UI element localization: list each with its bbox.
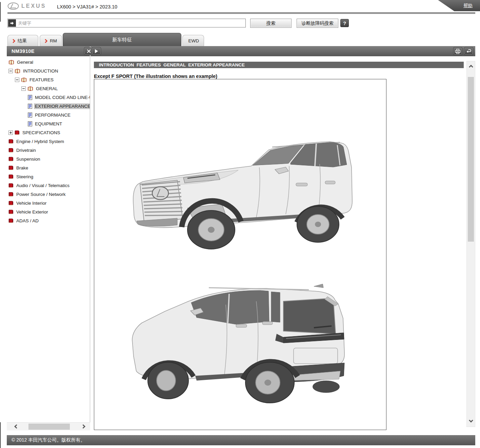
- tree-item-label: Steering: [15, 174, 34, 180]
- scroll-down-icon[interactable]: [469, 418, 473, 423]
- play-arrow-icon: [95, 49, 98, 53]
- document-icon: [28, 104, 32, 109]
- closed-book-icon: [8, 209, 14, 215]
- back-return-button[interactable]: [464, 47, 473, 55]
- open-book-icon: [8, 60, 14, 65]
- tree-item-label: FEATURES: [28, 77, 55, 83]
- document-icon: [28, 95, 32, 100]
- tree-item-drivetrain[interactable]: Drivetrain: [7, 146, 90, 155]
- tree-item-steering[interactable]: Steering: [7, 172, 90, 181]
- tree-item-general-sub[interactable]: GENERAL: [7, 84, 90, 93]
- document-id: NM3910E: [7, 48, 35, 54]
- tree-item-label: Suspension: [15, 156, 41, 162]
- tree-item-label: Brake: [15, 165, 29, 171]
- breadcrumb: LX600 > VJA31# > 2023.10: [57, 4, 117, 9]
- tree-item-adas-ad[interactable]: ADAS / AD: [7, 216, 90, 225]
- tab-label: RM: [50, 38, 57, 43]
- tab-new-car-features[interactable]: 新车特征: [63, 33, 181, 46]
- expand-panel-button[interactable]: [92, 47, 101, 55]
- search-help-button[interactable]: ?: [340, 19, 349, 27]
- tab-rm[interactable]: RM: [40, 35, 62, 46]
- printer-icon: [455, 49, 461, 54]
- tree-item-vehicle-exterior[interactable]: Vehicle Exterior: [7, 207, 90, 216]
- scroll-up-icon[interactable]: [469, 65, 473, 69]
- tree-item-label: General: [16, 59, 34, 65]
- tree-item-label: EQUIPMENT: [34, 121, 63, 127]
- tree-item-label: MODEL CODE AND LINE-UP: [34, 95, 90, 100]
- open-book-icon: [15, 68, 20, 74]
- tree-item-exterior-appearance[interactable]: EXTERIOR APPEARANCE: [7, 102, 90, 110]
- scroll-left-icon[interactable]: [14, 424, 19, 429]
- lexus-logo: LEXUS: [7, 2, 46, 10]
- tree-item-label: Drivetrain: [15, 147, 37, 153]
- tree-item-performance[interactable]: PERFORMANCE: [7, 110, 90, 119]
- content-pane: INTRODUCTION FEATURES GENERAL EXTERIOR A…: [91, 57, 475, 430]
- tree-item-brake[interactable]: Brake: [7, 163, 90, 172]
- navigation-tree-panel: General INTRODUCTION FEATURES: [7, 56, 90, 430]
- window-edge: [0, 2, 1, 22]
- help-button[interactable]: 帮助: [438, 0, 480, 11]
- header-divider: [7, 12, 475, 14]
- tree-item-engine-hybrid[interactable]: Engine / Hybrid System: [7, 137, 90, 146]
- tab-ewd[interactable]: EWD: [182, 35, 204, 46]
- lexus-emblem-icon: [7, 2, 19, 10]
- tree-item-specifications[interactable]: SPECIFICATIONS: [7, 128, 90, 137]
- closed-book-icon: [8, 148, 14, 153]
- vertical-scroll-thumb[interactable]: [468, 77, 474, 242]
- dtc-search-button[interactable]: 诊断故障码搜索: [297, 19, 338, 28]
- tree-item-power-source[interactable]: Power Source / Network: [7, 190, 90, 199]
- content-path-header: INTRODUCTION FEATURES GENERAL EXTERIOR A…: [94, 62, 464, 68]
- tree-item-introduction[interactable]: INTRODUCTION: [7, 66, 90, 75]
- tree-item-label: SPECIFICATIONS: [21, 130, 61, 136]
- open-book-icon: [27, 86, 33, 91]
- tree-item-label: Vehicle Interior: [15, 200, 47, 206]
- tree-item-model-code[interactable]: MODEL CODE AND LINE-UP: [7, 93, 90, 102]
- tree-item-label: INTRODUCTION: [22, 68, 59, 74]
- collapse-minus-icon[interactable]: [8, 69, 13, 73]
- closed-book-icon: [8, 218, 14, 223]
- document-icon: [28, 121, 32, 126]
- copyright-footer: © 2012 丰田汽车公司。版权所有。: [7, 435, 475, 445]
- content-vertical-scrollbar[interactable]: [466, 61, 475, 427]
- tree-item-equipment[interactable]: EQUIPMENT: [7, 119, 90, 128]
- tree-item-label: GENERAL: [35, 86, 59, 91]
- collapse-minus-icon[interactable]: [15, 78, 19, 82]
- expand-plus-icon[interactable]: [8, 130, 13, 135]
- search-arrow-icon[interactable]: [8, 19, 16, 27]
- tab-label: EWD: [188, 38, 199, 43]
- tree-item-audio-visual[interactable]: Audio / Visual / Telematics: [7, 181, 90, 190]
- tree-item-suspension[interactable]: Suspension: [7, 155, 90, 163]
- tree-item-label: Audio / Visual / Telematics: [15, 183, 71, 188]
- tree-item-label-selected: EXTERIOR APPEARANCE: [34, 103, 90, 109]
- tree-item-label: Vehicle Exterior: [15, 209, 49, 215]
- closed-book-icon: [8, 192, 14, 197]
- print-button[interactable]: [453, 47, 462, 55]
- keyword-search-bar: [7, 19, 246, 27]
- collapse-minus-icon[interactable]: [21, 86, 26, 91]
- tab-label: 结果: [18, 38, 27, 44]
- closed-book-icon: [15, 130, 20, 135]
- content-toolbar: [91, 46, 475, 56]
- tree-item-features[interactable]: FEATURES: [7, 75, 90, 84]
- tab-results[interactable]: 结果: [7, 35, 38, 46]
- tree-item-general-top[interactable]: General: [7, 58, 90, 66]
- tree-item-vehicle-interior[interactable]: Vehicle Interior: [7, 199, 90, 207]
- document-toolbar: NM3910E: [7, 46, 90, 56]
- window-edge: [0, 422, 1, 448]
- return-arrow-icon: [466, 49, 472, 54]
- closed-book-icon: [8, 165, 14, 170]
- suv-front-three-quarter-illustration: [126, 123, 364, 249]
- suv-rear-three-quarter-illustration: [124, 267, 365, 404]
- closed-book-icon: [8, 174, 14, 179]
- keyword-input[interactable]: [16, 19, 245, 27]
- red-chevron-icon: [13, 39, 15, 43]
- sidebar-horizontal-scrollbar[interactable]: [7, 422, 90, 430]
- search-button[interactable]: 搜索: [250, 19, 292, 28]
- figure-caption: Except F SPORT (The illustration shows a…: [94, 74, 217, 79]
- app-window: LEXUS LX600 > VJA31# > 2023.10 帮助 搜索 诊断故…: [0, 0, 480, 448]
- scroll-right-icon[interactable]: [81, 424, 85, 429]
- illustration-frame: [94, 79, 386, 430]
- closed-book-icon: [8, 201, 14, 206]
- horizontal-scroll-thumb[interactable]: [28, 424, 70, 430]
- closed-book-icon: [8, 157, 14, 162]
